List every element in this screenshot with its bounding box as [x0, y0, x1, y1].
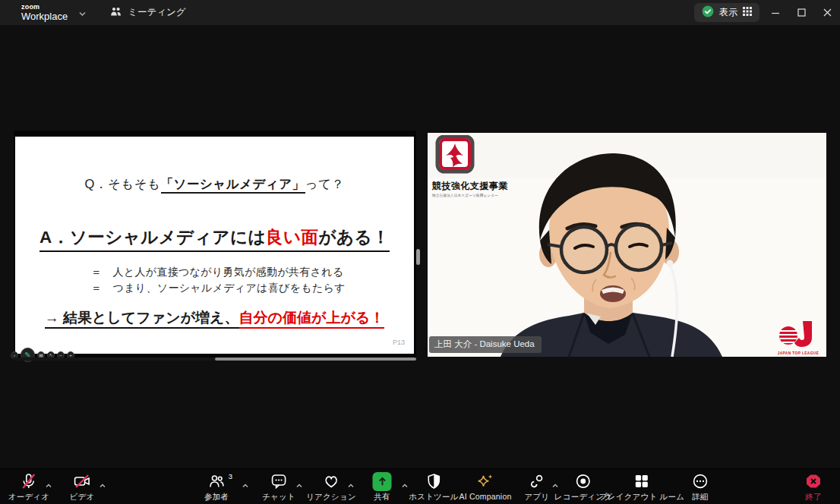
answer-highlight: 良い面 [266, 228, 319, 247]
maximize-button[interactable] [788, 0, 814, 25]
security-shield-icon [702, 5, 714, 20]
share-button[interactable]: 共有 [373, 471, 392, 502]
support-program-title: 競技強化支援事業 [432, 180, 516, 193]
meeting-tab-label: ミーティング [128, 6, 185, 19]
share-horizontal-scrollbar[interactable] [14, 358, 416, 361]
support-program-logo: 競技強化支援事業 独立行政法人日本スポーツ振興センター [432, 135, 516, 197]
conclusion-highlight: 自分の価値が上がる！ [239, 310, 385, 329]
slide-bullet-1: ＝ 人と人が直接つながり勇気が感動が共有される [91, 264, 346, 280]
apps-button[interactable]: アプリ [525, 471, 550, 502]
video-options-chevron[interactable] [99, 478, 106, 492]
apps-icon [528, 471, 546, 491]
slide-question: Q．そもそも「ソーシャルメディア」って？ [15, 176, 414, 193]
chat-button-label: チャット [262, 492, 295, 502]
audio-button-label: オーディオ [8, 492, 49, 502]
end-meeting-button[interactable]: 終了 [804, 471, 823, 502]
view-button[interactable]: 表示 [694, 3, 759, 22]
chat-icon [270, 471, 288, 491]
breakout-rooms-button-label: ブレイクアウト ルーム [599, 492, 684, 502]
slide-bullet-2: ＝ つまり、ソーシャルメディアは喜びをもたらす [91, 280, 346, 296]
share-button-label: 共有 [374, 492, 390, 502]
audio-button[interactable]: オーディオ [8, 471, 49, 502]
video-button[interactable]: ビデオ [70, 471, 95, 502]
record-icon [574, 471, 592, 491]
microphone-muted-icon [20, 471, 38, 491]
speaker-video-tile[interactable]: 競技強化支援事業 独立行政法人日本スポーツ振興センター 上田 大介 - Dais… [428, 133, 826, 357]
audio-options-chevron[interactable] [45, 478, 52, 492]
end-meeting-button-label: 終了 [805, 492, 821, 502]
zoom-workplace-logo: zoom Workplace [21, 4, 68, 21]
slide: Q．そもそも「ソーシャルメディア」って？ A．ソーシャルメディアには良い面がある… [15, 137, 414, 354]
minimize-button[interactable] [763, 0, 788, 25]
chevron-down-icon[interactable] [78, 6, 87, 20]
support-program-emblem-icon [432, 135, 478, 176]
question-post: って？ [305, 177, 345, 191]
close-button[interactable] [814, 0, 840, 25]
host-tools-button-label: ホストツール [409, 492, 458, 502]
japan-top-league-logo: JAPAN TOP LEAGUE [774, 320, 823, 355]
camera-off-icon [73, 471, 92, 491]
zoom-meeting-window: zoom Workplace ミーティング 表示 [0, 0, 840, 504]
meeting-controls-toolbar: オーディオ ビデオ [0, 468, 840, 504]
grid-view-icon [743, 7, 752, 18]
shared-screen-panel[interactable]: Q．そもそも「ソーシャルメディア」って？ A．ソーシャルメディアには良い面がある… [14, 131, 416, 358]
japan-top-league-icon [777, 320, 819, 348]
reactions-button-label: リアクション [306, 492, 356, 502]
answer-post: がある！ [318, 228, 390, 247]
panel-resize-handle[interactable] [416, 249, 420, 265]
scrollbar-thumb[interactable] [215, 358, 416, 361]
share-screen-icon [373, 472, 392, 491]
share-options-chevron[interactable] [401, 478, 409, 492]
meeting-people-icon [109, 6, 122, 20]
breakout-rooms-grid-icon [633, 471, 651, 491]
conclusion-pre: → 結果としてファンが増え、 [45, 310, 239, 329]
tab-meeting[interactable]: ミーティング [109, 6, 185, 20]
participants-icon: 3 [207, 471, 226, 491]
chat-options-chevron[interactable] [295, 478, 303, 492]
host-tools-button[interactable]: ホストツール [409, 471, 458, 502]
apps-button-label: アプリ [525, 492, 550, 502]
more-ellipsis-icon [691, 471, 709, 491]
slide-bullets: ＝ 人と人が直接つながり勇気が感動が共有される ＝ つまり、ソーシャルメディアは… [91, 264, 346, 296]
participants-options-chevron[interactable] [242, 478, 249, 492]
title-bar: zoom Workplace ミーティング 表示 [0, 0, 840, 25]
slide-answer: A．ソーシャルメディアには良い面がある！ [15, 225, 414, 252]
ai-companion-button-label: AI Companion [459, 492, 512, 501]
japan-top-league-label: JAPAN TOP LEAGUE [774, 351, 823, 355]
meeting-stage: Q．そもそも「ソーシャルメディア」って？ A．ソーシャルメディアには良い面がある… [0, 25, 840, 468]
breakout-rooms-button[interactable]: ブレイクアウト ルーム [599, 471, 684, 502]
participants-button[interactable]: 3 参加者 [204, 471, 229, 502]
logo-text-zoom: zoom [21, 4, 68, 11]
reactions-options-chevron[interactable] [347, 478, 355, 492]
participants-button-label: 参加者 [204, 492, 229, 502]
ai-companion-sparkle-icon [475, 471, 495, 491]
participant-name-tag: 上田 大介 - Daisuke Ueda [429, 336, 542, 353]
more-button-label: 詳細 [692, 492, 708, 502]
slide-page-number: P13 [393, 339, 405, 346]
chat-button[interactable]: チャット [262, 471, 295, 502]
view-button-label: 表示 [719, 6, 737, 19]
host-tools-shield-icon [425, 471, 443, 491]
slide-conclusion: → 結果としてファンが増え、自分の価値が上がる！ [15, 308, 414, 328]
participants-count-badge: 3 [229, 472, 232, 480]
end-meeting-icon [804, 471, 823, 491]
more-button[interactable]: 詳細 [691, 471, 709, 502]
question-underlined: 「ソーシャルメディア」 [161, 177, 305, 194]
support-program-subtitle: 独立行政法人日本スポーツ振興センター [432, 194, 516, 197]
heart-reaction-icon [322, 471, 340, 491]
logo-text-workplace: Workplace [21, 11, 68, 21]
answer-pre: A．ソーシャルメディアには [39, 228, 266, 247]
ai-companion-button[interactable]: AI Companion [459, 471, 512, 501]
video-button-label: ビデオ [70, 492, 95, 502]
question-pre: Q．そもそも [85, 177, 161, 191]
